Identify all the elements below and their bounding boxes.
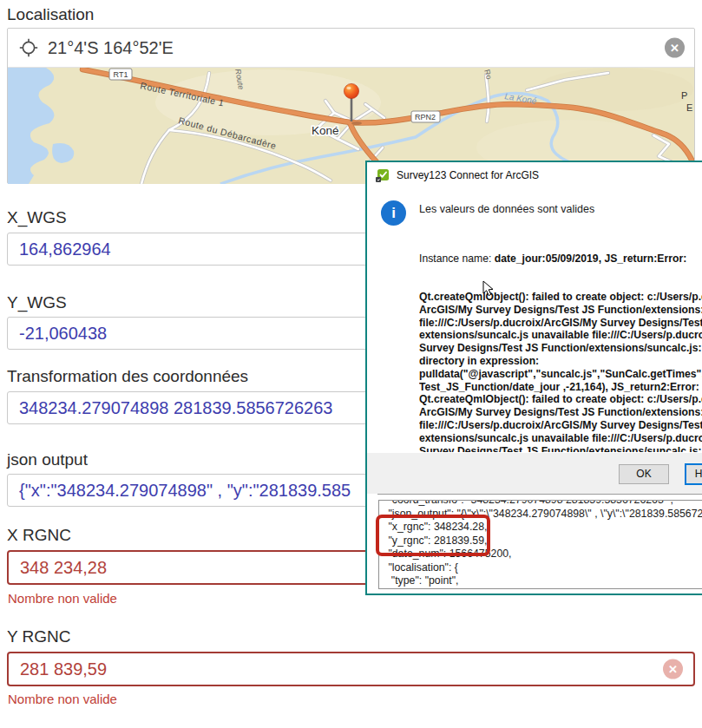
info-icon: i: [381, 200, 406, 226]
dialog-separator: [377, 494, 702, 495]
location-search-value: 21°4'S 164°52'E: [48, 38, 174, 58]
y-rgnc-value: 281 839,59: [20, 659, 107, 679]
detail-lines: Qt.createQmlObject(): failed to create o…: [419, 291, 702, 452]
survey123-dialog: Survey123 Connect for ArcGIS i Les valeu…: [365, 161, 702, 595]
list-line: directory in expression:: [419, 355, 702, 368]
y-rgnc-label: Y RGNC: [7, 627, 71, 646]
list-line: "type": "point",: [385, 574, 702, 588]
dialog-message: Les valeurs de données sont valides: [419, 203, 594, 215]
map-label-kone: Koné: [312, 124, 339, 137]
close-icon: ✕: [668, 653, 678, 685]
map-shield-rt1: RT1: [109, 69, 132, 80]
help-button[interactable]: Help: [685, 463, 702, 485]
page: Localisation 21°4'S 164°52'E ✕: [0, 0, 702, 728]
x-rgnc-error: Nombre non valide: [8, 591, 117, 606]
list-line: ArcGIS/My Survey Designs/Test JS Functio…: [419, 304, 702, 317]
json-output-label: json output: [7, 450, 88, 469]
dialog-title: Survey123 Connect for ArcGIS: [397, 169, 539, 181]
list-line: "x": 164.862964161641: [385, 588, 702, 590]
list-line: Qt.createQmlObject(): failed to create o…: [419, 291, 702, 304]
list-line: extensions/suncalc.js unavailable file:/…: [419, 432, 702, 445]
instance-name-prefix: Instance name:: [419, 253, 495, 265]
list-line: Test_JS_Function/date_jour ,-21,164), JS…: [419, 381, 702, 394]
list-line: pulldata("@javascript","suncalc.js","Sun…: [419, 368, 702, 381]
list-line: Qt.createQmlObject(): failed to create o…: [419, 393, 702, 406]
close-icon: ✕: [670, 42, 679, 55]
x-rgnc-label: X RGNC: [7, 526, 71, 545]
y-rgnc-input[interactable]: 281 839,59 ✕: [7, 652, 695, 686]
svg-text:RPN2: RPN2: [415, 113, 436, 121]
ok-button[interactable]: OK: [619, 464, 669, 484]
list-line: file:///C:/Users/p.ducroix/ArcGIS/My Sur…: [419, 419, 702, 432]
localisation-section-label: Localisation: [7, 5, 94, 24]
map-label-partial-e: E: [686, 102, 692, 113]
list-line: Survey Designs/Test JS Function/extensio…: [419, 342, 702, 355]
dialog-footer: OK Help: [367, 453, 702, 494]
map-shield-rpn2: RPN2: [411, 111, 440, 122]
y-wgs-label: Y_WGS: [7, 293, 67, 312]
map-label-partial-p: P: [681, 90, 687, 101]
detail-line: Instance name: date_jour:05/09/2019, JS_…: [419, 253, 702, 266]
dialog-titlebar[interactable]: Survey123 Connect for ArcGIS: [367, 162, 702, 188]
highlight-box: [376, 515, 490, 556]
list-line: file:///C:/Users/p.ducroix/ArcGIS/My Sur…: [419, 317, 702, 330]
mouse-cursor-icon: [482, 280, 494, 297]
dialog-detail-text: Instance name: date_jour:05/09/2019, JS_…: [419, 226, 702, 452]
list-line: Survey Designs/Test JS Function/extensio…: [419, 445, 702, 452]
list-line: extensions/suncalc.js unavailable file:/…: [419, 329, 702, 342]
svg-text:RT1: RT1: [114, 70, 128, 79]
list-line: "localisation": {: [385, 561, 702, 575]
survey123-logo-icon: [376, 168, 390, 182]
transformation-label: Transformation des coordonnées: [7, 367, 248, 386]
x-wgs-label: X_WGS: [7, 208, 67, 227]
location-search-box[interactable]: 21°4'S 164°52'E ✕: [8, 29, 694, 68]
instance-name-value: date_jour:05/09/2019, JS_return:Error:: [495, 253, 687, 265]
y-rgnc-error: Nombre non valide: [8, 692, 117, 706]
crosshair-icon: [19, 38, 38, 57]
list-line: "coord_transfo": "348234.279074898 28183…: [385, 500, 702, 508]
y-rgnc-clear-button[interactable]: ✕: [663, 659, 683, 679]
list-line: ArcGIS/My Survey Designs/Test JS Functio…: [419, 406, 702, 419]
location-clear-button[interactable]: ✕: [665, 38, 685, 58]
